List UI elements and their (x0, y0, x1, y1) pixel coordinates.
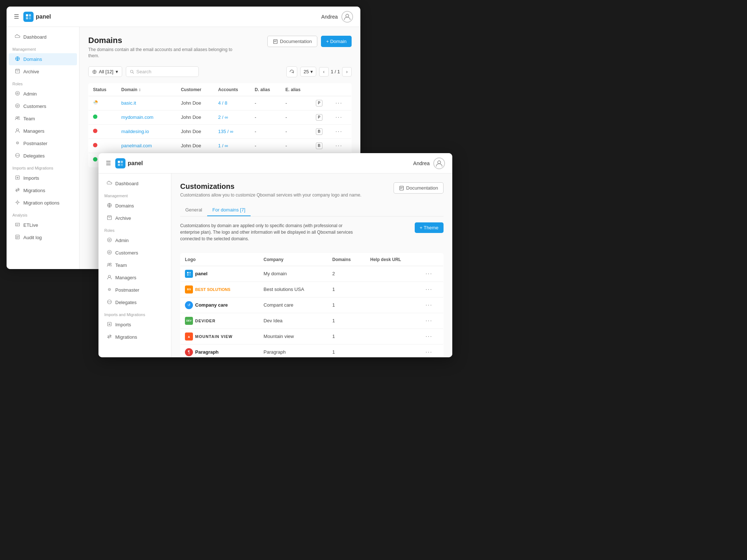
plan-cell: P (311, 110, 331, 124)
domain-link[interactable]: maildesing.io (121, 129, 149, 134)
overlay-sidebar-item-postmaster[interactable]: Postmaster (101, 284, 169, 296)
sidebar-section-management: Management (7, 43, 79, 53)
domain-link[interactable]: mydomain.com (121, 114, 154, 120)
svg-point-36 (109, 239, 110, 241)
cust-logo-cell: ¶ Paragraph (181, 344, 259, 357)
cust-more-cell[interactable]: ··· (421, 281, 443, 297)
row-more-button[interactable]: ··· (336, 114, 342, 121)
sidebar-item-customers[interactable]: Customers (9, 100, 77, 112)
more-cell[interactable]: ··· (331, 96, 352, 110)
svg-point-12 (18, 117, 19, 118)
domain-cell[interactable]: panelmail.com (117, 139, 177, 153)
cust-logo-cell: BS BEST SOLUTIONS (181, 281, 259, 297)
prev-page-button[interactable]: ‹ (319, 67, 329, 77)
cust-row-more-button[interactable]: ··· (425, 349, 432, 355)
tab-general[interactable]: General (180, 204, 207, 216)
cust-row-more-button[interactable]: ··· (425, 271, 432, 277)
cust-more-cell[interactable]: ··· (421, 328, 443, 344)
cust-title-block: Customizations Customizations allow you … (180, 182, 361, 198)
overlay-globe-icon (107, 203, 112, 209)
sidebar-item-admin[interactable]: Admin (9, 88, 77, 100)
row-more-button[interactable]: ··· (336, 128, 342, 135)
cust-logo-cell: DEV DEVIDER (181, 313, 259, 328)
sidebar-item-audit-log[interactable]: Audit log (9, 232, 77, 244)
more-cell[interactable]: ··· (331, 110, 352, 124)
cust-more-cell[interactable]: ··· (421, 266, 443, 281)
etlive-icon (15, 222, 20, 228)
cust-row-more-button[interactable]: ··· (425, 318, 432, 324)
sidebar-item-archive[interactable]: Archive (9, 66, 77, 78)
row-more-button[interactable]: ··· (336, 143, 342, 149)
cust-table-row: panel My domain 2 ··· (181, 266, 444, 281)
sidebar-item-migrations[interactable]: Migrations (9, 184, 77, 197)
cust-row-more-button[interactable]: ··· (425, 333, 432, 340)
overlay-sidebar-item-imports[interactable]: Imports (101, 319, 169, 331)
refresh-button[interactable] (286, 66, 297, 77)
search-box[interactable]: Search (126, 66, 199, 77)
add-domain-button[interactable]: + Domain (321, 36, 352, 47)
sidebar-item-dashboard[interactable]: Dashboard (9, 31, 77, 43)
domain-link[interactable]: panelmail.com (121, 143, 152, 148)
overlay-sidebar-item-delegates[interactable]: Delegates (101, 296, 169, 308)
svg-rect-50 (187, 272, 189, 273)
sidebar-item-postmaster[interactable]: Postmaster (9, 137, 77, 149)
overlay-sidebar-item-team[interactable]: Team (101, 259, 169, 271)
more-cell[interactable]: ··· (331, 139, 352, 153)
cust-doc-button[interactable]: Documentation (394, 182, 444, 194)
documentation-button[interactable]: Documentation (267, 36, 317, 47)
col-accounts: Accounts (214, 83, 250, 96)
svg-point-7 (16, 92, 20, 96)
col-more (331, 83, 352, 96)
add-theme-button[interactable]: + Theme (415, 222, 444, 233)
customizations-content: Customizations Customizations allow you … (171, 174, 452, 357)
cust-row-more-button[interactable]: ··· (425, 286, 432, 293)
cust-table-row: ▲ MOUNTAIN VIEW Mountain view 1 ··· (181, 328, 444, 344)
cust-row-more-button[interactable]: ··· (425, 302, 432, 308)
col-status: Status (89, 83, 117, 96)
domain-link[interactable]: basic.it (121, 100, 136, 106)
overlay-sidebar-item-archive[interactable]: Archive (101, 212, 169, 224)
cust-more-cell[interactable]: ··· (421, 313, 443, 328)
sidebar-item-delegates[interactable]: Delegates (9, 150, 77, 162)
cust-table-row: ↺ Company care Compant care 1 ··· (181, 297, 444, 313)
svg-point-26 (130, 70, 133, 73)
domain-cell[interactable]: mydomain.com (117, 110, 177, 124)
svg-point-11 (16, 117, 18, 118)
svg-point-9 (16, 104, 20, 108)
sidebar-item-imports[interactable]: Imports (9, 172, 77, 184)
domain-cell[interactable]: maildesing.io (117, 124, 177, 139)
all-filter-select[interactable]: All [12] ▾ (88, 66, 122, 77)
more-cell[interactable]: ··· (331, 124, 352, 139)
domain-cell[interactable]: basic.it (117, 96, 177, 110)
sidebar-label-postmaster: Postmaster (23, 141, 47, 146)
overlay-sidebar-item-dashboard[interactable]: Dashboard (101, 178, 169, 190)
logo-cell: ¶ Paragraph (185, 348, 255, 356)
cust-more-cell[interactable]: ··· (421, 344, 443, 357)
overlay-user-avatar[interactable] (433, 158, 445, 169)
svg-point-39 (108, 263, 110, 265)
svg-point-43 (109, 289, 110, 290)
sidebar-item-team[interactable]: Team (9, 113, 77, 125)
overlay-sidebar-item-managers[interactable]: Managers (101, 272, 169, 284)
tab-for-domains[interactable]: For domains [7] (207, 204, 250, 216)
overlay-sidebar-item-customers[interactable]: Customers (101, 247, 169, 259)
customer-cell: John Doe (177, 96, 214, 110)
per-page-select[interactable]: 25 ▾ (300, 67, 316, 77)
overlay-hamburger-icon[interactable]: ☰ (106, 160, 111, 167)
hamburger-icon[interactable]: ☰ (14, 13, 19, 20)
user-avatar[interactable] (341, 11, 353, 23)
next-page-button[interactable]: › (342, 67, 352, 77)
overlay-sidebar-item-migrations[interactable]: Migrations (101, 331, 169, 343)
sidebar-item-domains[interactable]: Domains (9, 53, 77, 65)
col-domain[interactable]: Domain ↕ (117, 83, 177, 96)
svg-point-38 (109, 252, 110, 253)
sidebar-item-managers[interactable]: Managers (9, 125, 77, 137)
overlay-imports-icon (107, 322, 112, 328)
cust-more-cell[interactable]: ··· (421, 297, 443, 313)
row-more-button[interactable]: ··· (336, 100, 342, 106)
cust-domains-cell: 1 (328, 313, 366, 328)
sidebar-item-migration-options[interactable]: Migration options (9, 197, 77, 209)
overlay-sidebar-item-domains[interactable]: Domains (101, 200, 169, 212)
sidebar-item-etlive[interactable]: ETLive (9, 219, 77, 231)
overlay-sidebar-item-admin[interactable]: Admin (101, 234, 169, 246)
